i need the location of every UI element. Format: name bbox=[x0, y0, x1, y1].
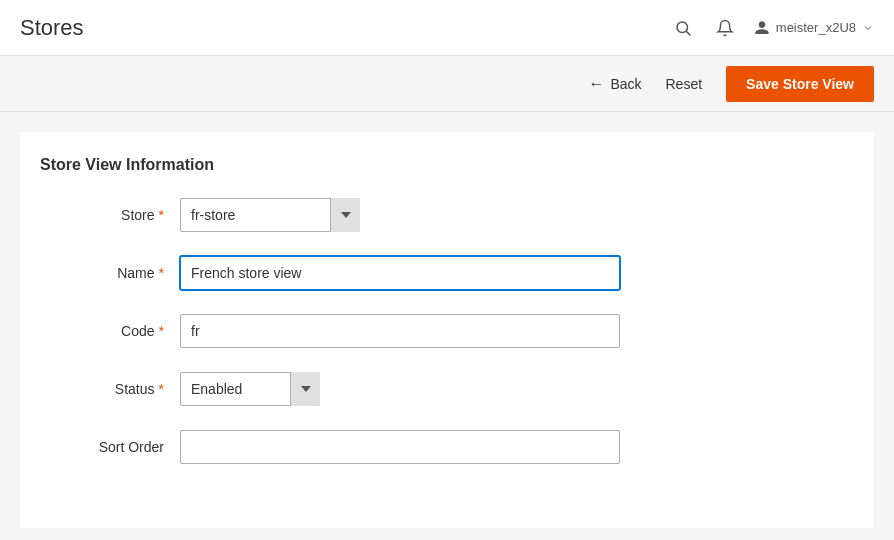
status-label: Status* bbox=[40, 381, 180, 397]
code-required-star: * bbox=[159, 323, 164, 339]
sort-order-field-control bbox=[180, 430, 620, 464]
code-field-control bbox=[180, 314, 620, 348]
store-required-star: * bbox=[159, 207, 164, 223]
status-field-row: Status* Enabled Disabled bbox=[40, 372, 760, 406]
store-label: Store* bbox=[40, 207, 180, 223]
code-label: Code* bbox=[40, 323, 180, 339]
username-label: meister_x2U8 bbox=[776, 20, 856, 35]
status-field-control: Enabled Disabled bbox=[180, 372, 620, 406]
store-select-wrapper: fr-store en-store de-store bbox=[180, 198, 360, 232]
header-actions: meister_x2U8 bbox=[670, 15, 874, 41]
sort-order-input[interactable] bbox=[180, 430, 620, 464]
sort-order-field-row: Sort Order bbox=[40, 430, 760, 464]
user-menu[interactable]: meister_x2U8 bbox=[754, 20, 874, 36]
user-menu-chevron-icon bbox=[862, 22, 874, 34]
code-input[interactable] bbox=[180, 314, 620, 348]
main-content: Store View Information Store* fr-store e… bbox=[20, 132, 874, 528]
reset-button[interactable]: Reset bbox=[658, 76, 711, 92]
back-label: Back bbox=[610, 76, 641, 92]
user-avatar-icon bbox=[754, 20, 770, 36]
bell-icon bbox=[716, 19, 734, 37]
page-title: Stores bbox=[20, 15, 84, 41]
store-field-control: fr-store en-store de-store bbox=[180, 198, 620, 232]
name-label: Name* bbox=[40, 265, 180, 281]
search-button[interactable] bbox=[670, 15, 696, 41]
name-field-row: Name* bbox=[40, 256, 760, 290]
store-view-form: Store* fr-store en-store de-store Name* bbox=[40, 198, 760, 464]
name-field-control bbox=[180, 256, 620, 290]
svg-point-0 bbox=[677, 22, 688, 33]
svg-line-1 bbox=[686, 31, 690, 35]
status-select[interactable]: Enabled Disabled bbox=[180, 372, 320, 406]
store-select[interactable]: fr-store en-store de-store bbox=[180, 198, 360, 232]
status-required-star: * bbox=[159, 381, 164, 397]
save-store-view-button[interactable]: Save Store View bbox=[726, 66, 874, 102]
notification-button[interactable] bbox=[712, 15, 738, 41]
sort-order-label: Sort Order bbox=[40, 439, 180, 455]
back-button[interactable]: ← Back bbox=[588, 75, 641, 93]
status-select-wrapper: Enabled Disabled bbox=[180, 372, 320, 406]
top-header: Stores meister_x2U8 bbox=[0, 0, 894, 56]
name-input[interactable] bbox=[180, 256, 620, 290]
back-arrow-icon: ← bbox=[588, 75, 604, 93]
code-field-row: Code* bbox=[40, 314, 760, 348]
name-required-star: * bbox=[159, 265, 164, 281]
store-field-row: Store* fr-store en-store de-store bbox=[40, 198, 760, 232]
section-title: Store View Information bbox=[40, 156, 854, 174]
action-bar: ← Back Reset Save Store View bbox=[0, 56, 894, 112]
search-icon bbox=[674, 19, 692, 37]
